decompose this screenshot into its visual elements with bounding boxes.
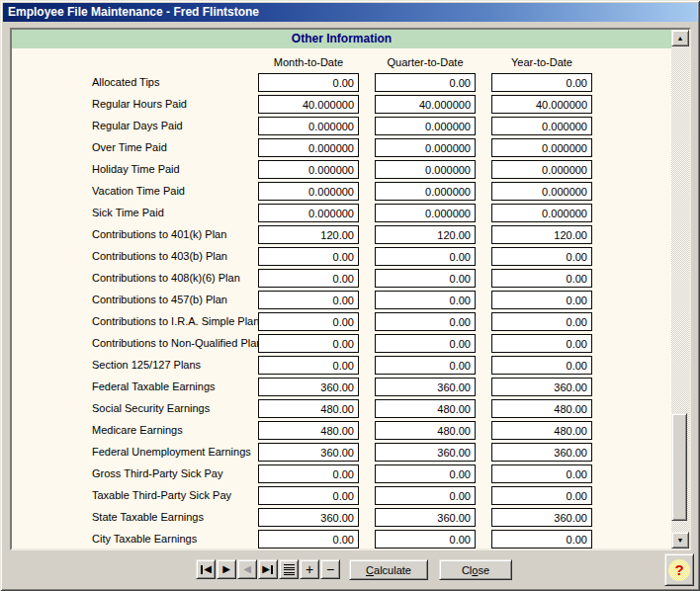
value-field[interactable]	[258, 138, 359, 157]
value-field[interactable]	[491, 356, 592, 375]
value-field[interactable]	[375, 312, 476, 331]
scrollbar-thumb[interactable]	[671, 413, 687, 521]
row-label: Medicare Earnings	[92, 421, 258, 440]
value-field[interactable]	[375, 138, 476, 157]
value-field[interactable]	[491, 443, 592, 462]
value-field[interactable]	[491, 421, 592, 440]
scrollbar-track[interactable]	[671, 46, 689, 532]
value-field[interactable]	[375, 247, 476, 266]
value-field[interactable]	[258, 443, 359, 462]
value-field[interactable]	[375, 269, 476, 288]
close-button[interactable]: Close	[439, 559, 512, 580]
scroll-down-button[interactable]: ▼	[671, 532, 689, 549]
value-field[interactable]	[375, 291, 476, 309]
value-field[interactable]	[258, 464, 359, 483]
table-row: Federal Unemployment Earnings	[12, 443, 671, 464]
value-field[interactable]	[375, 160, 476, 179]
row-label: Taxable Third-Party Sick Pay	[92, 486, 258, 505]
value-field[interactable]	[258, 530, 359, 549]
value-field[interactable]	[258, 204, 359, 222]
value-field[interactable]	[491, 117, 592, 135]
next-record-icon: ▶	[222, 564, 230, 574]
row-label: Contributions to 403(b) Plan	[92, 247, 258, 266]
row-label: Federal Unemployment Earnings	[92, 443, 258, 462]
last-record-button[interactable]: ▶	[258, 559, 278, 579]
value-field[interactable]	[491, 399, 592, 418]
value-field[interactable]	[258, 399, 359, 418]
first-record-button[interactable]: ◀	[196, 559, 216, 579]
previous-record-button[interactable]: ◀	[237, 559, 257, 579]
value-field[interactable]	[491, 160, 592, 179]
value-field[interactable]	[491, 204, 592, 222]
value-field[interactable]	[258, 486, 359, 505]
value-field[interactable]	[258, 247, 359, 266]
table-row: Gross Third-Party Sick Pay	[12, 464, 671, 486]
value-field[interactable]	[491, 182, 592, 201]
value-field[interactable]	[491, 312, 592, 331]
value-field[interactable]	[491, 291, 592, 309]
value-field[interactable]	[258, 160, 359, 179]
value-field[interactable]	[258, 117, 359, 135]
value-field[interactable]	[258, 508, 359, 527]
value-field[interactable]	[491, 95, 592, 114]
value-field[interactable]	[375, 95, 476, 114]
value-field[interactable]	[375, 399, 476, 418]
value-field[interactable]	[375, 182, 476, 201]
value-field[interactable]	[491, 464, 592, 483]
value-field[interactable]	[258, 269, 359, 288]
value-field[interactable]	[375, 508, 476, 527]
value-field[interactable]	[491, 269, 592, 288]
record-nav: ◀▶◀▶+−	[196, 559, 340, 579]
value-field[interactable]	[375, 486, 476, 505]
value-field[interactable]	[491, 334, 592, 353]
add-record-button[interactable]: +	[300, 559, 319, 579]
value-field[interactable]	[491, 247, 592, 266]
value-field[interactable]	[375, 204, 476, 222]
scroll-up-button[interactable]: ▲	[671, 30, 689, 46]
value-field[interactable]	[375, 464, 476, 483]
value-field[interactable]	[258, 95, 359, 114]
table-row: Contributions to 401(k) Plan	[12, 225, 671, 247]
value-field[interactable]	[375, 421, 476, 440]
calculate-button[interactable]: Calculate	[349, 559, 428, 580]
table-row: Contributions to 408(k)(6) Plan	[12, 269, 671, 291]
value-field[interactable]	[258, 356, 359, 375]
value-field[interactable]	[258, 421, 359, 440]
vertical-scrollbar[interactable]: ▲ ▼	[671, 30, 689, 549]
value-field[interactable]	[258, 312, 359, 331]
delete-record-button[interactable]: −	[320, 559, 340, 579]
table-row: Contributions to I.R.A. Simple Plan	[12, 312, 671, 334]
value-field[interactable]	[375, 443, 476, 462]
record-list-button[interactable]	[279, 559, 299, 579]
value-field[interactable]	[375, 334, 476, 353]
table-row: Holiday Time Paid	[12, 160, 671, 182]
value-field[interactable]	[375, 356, 476, 375]
plus-icon: +	[306, 562, 313, 576]
value-field[interactable]	[258, 334, 359, 353]
value-field[interactable]	[491, 73, 592, 92]
value-field[interactable]	[375, 530, 476, 549]
column-headers-row: Month-to-DateQuarter-to-DateYear-to-Date	[12, 56, 671, 70]
value-field[interactable]	[258, 291, 359, 309]
value-field[interactable]	[258, 182, 359, 201]
calculate-label-accel: C	[366, 564, 374, 576]
value-field[interactable]	[491, 508, 592, 527]
calculate-label-post: alculate	[374, 564, 411, 576]
value-field[interactable]	[491, 378, 592, 396]
row-label: Social Security Earnings	[92, 399, 258, 418]
next-record-button[interactable]: ▶	[217, 559, 236, 579]
value-field[interactable]	[491, 530, 592, 549]
value-field[interactable]	[491, 225, 592, 244]
value-field[interactable]	[375, 73, 476, 92]
value-field[interactable]	[258, 378, 359, 396]
value-field[interactable]	[375, 117, 476, 135]
value-field[interactable]	[258, 73, 359, 92]
value-field[interactable]	[258, 225, 359, 244]
value-field[interactable]	[375, 378, 476, 396]
value-field[interactable]	[375, 225, 476, 244]
help-button[interactable]: ?	[664, 553, 694, 586]
table-row: Contributions to 457(b) Plan	[12, 291, 671, 312]
row-label: Contributions to 457(b) Plan	[92, 291, 258, 309]
value-field[interactable]	[491, 486, 592, 505]
value-field[interactable]	[491, 138, 592, 157]
